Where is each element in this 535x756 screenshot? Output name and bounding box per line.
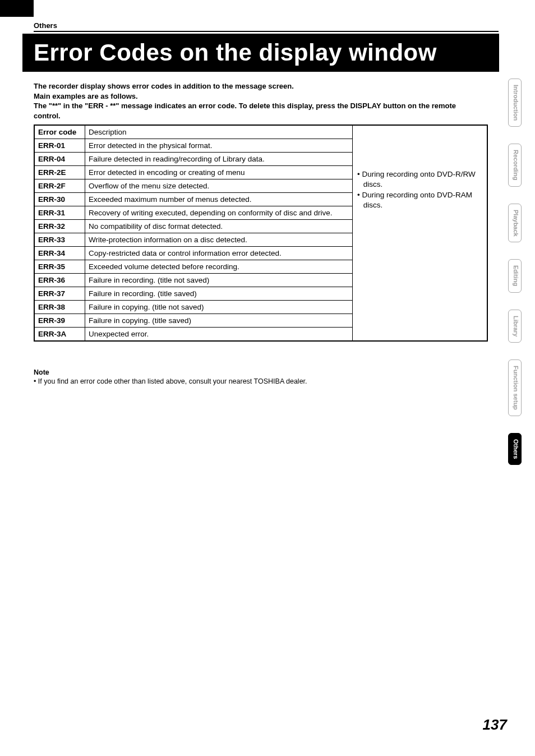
col-header-error-code: Error code — [35, 126, 85, 139]
col-header-description: Description — [85, 126, 353, 139]
tab-introduction[interactable]: Introduction — [508, 79, 522, 127]
error-desc: Unexpected error. — [85, 328, 353, 341]
error-code: ERR-04 — [35, 153, 85, 166]
error-desc: Error detected in encoding or creating o… — [85, 166, 353, 179]
error-desc: Failure in copying. (title not saved) — [85, 301, 353, 314]
tab-function-setup[interactable]: Function setup — [508, 359, 522, 416]
error-code: ERR-35 — [35, 260, 85, 274]
tab-others[interactable]: Others — [508, 433, 522, 465]
error-code: ERR-34 — [35, 247, 85, 260]
error-desc: Recovery of writing executed, depending … — [85, 206, 353, 220]
error-desc: Copy-restricted data or control informat… — [85, 247, 353, 260]
intro-line: Main examples are as follows. — [34, 91, 477, 102]
error-desc: Failure detected in reading/recording of… — [85, 153, 353, 166]
note-body: • If you find an error code other than l… — [34, 377, 307, 385]
error-code: ERR-3A — [35, 328, 85, 341]
error-desc: Overflow of the menu size detected. — [85, 179, 353, 193]
error-code: ERR-32 — [35, 220, 85, 233]
note-label: Note — [34, 368, 307, 376]
top-corner-block — [0, 0, 34, 17]
error-desc: Failure in copying. (title saved) — [85, 314, 353, 328]
intro-text: The recorder display shows error codes i… — [34, 81, 477, 121]
tab-editing[interactable]: Editing — [508, 259, 522, 292]
tab-playback[interactable]: Playback — [508, 204, 522, 243]
page-title: Error Codes on the display window — [22, 34, 499, 72]
error-code: ERR-37 — [35, 287, 85, 301]
error-desc: Error detected in the physical format. — [85, 139, 353, 153]
error-desc: Failure in recording. (title saved) — [85, 287, 353, 301]
intro-line: The recorder display shows error codes i… — [34, 81, 477, 91]
tab-library[interactable]: Library — [508, 310, 522, 343]
error-code: ERR-38 — [35, 301, 85, 314]
error-code: ERR-31 — [35, 206, 85, 220]
intro-line: The "**" in the "ERR - **" message indic… — [34, 101, 477, 121]
error-desc: Write-protection information on a disc d… — [85, 233, 353, 247]
side-note: • During recording onto DVD-R/RW discs. — [357, 169, 482, 189]
side-note: • During recording onto DVD-RAM discs. — [357, 190, 482, 210]
error-desc: Failure in recording. (title not saved) — [85, 274, 353, 287]
side-context-cell: • During recording onto DVD-R/RW discs. … — [353, 126, 487, 341]
error-code: ERR-30 — [35, 193, 85, 206]
error-desc: Exceeded volume detected before recordin… — [85, 260, 353, 274]
error-code: ERR-36 — [35, 274, 85, 287]
error-code: ERR-33 — [35, 233, 85, 247]
error-desc: No compatibility of disc format detected… — [85, 220, 353, 233]
table-header-row: Error code Description • During recordin… — [35, 126, 487, 139]
error-code: ERR-01 — [35, 139, 85, 153]
error-code: ERR-39 — [35, 314, 85, 328]
note-section: Note • If you find an error code other t… — [34, 368, 307, 385]
section-label: Others — [34, 21, 57, 30]
error-code: ERR-2F — [35, 179, 85, 193]
page-number: 137 — [483, 716, 507, 734]
top-rule — [34, 31, 499, 32]
error-desc: Exceeded maximum number of menus detecte… — [85, 193, 353, 206]
error-code: ERR-2E — [35, 166, 85, 179]
tab-recording[interactable]: Recording — [508, 144, 522, 186]
error-codes-table: Error code Description • During recordin… — [34, 125, 488, 342]
side-tabs: Introduction Recording Playback Editing … — [502, 79, 527, 482]
